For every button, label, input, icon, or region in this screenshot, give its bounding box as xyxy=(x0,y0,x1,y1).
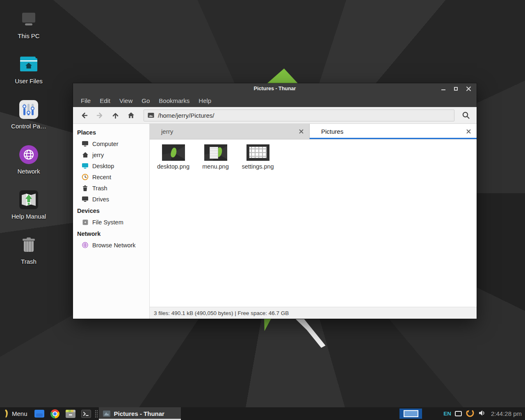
sidebar: Places Computer jerry Desktop Recent xyxy=(73,124,150,319)
close-button[interactable] xyxy=(462,83,475,94)
taskbar-window-button[interactable]: Pictures - Thunar xyxy=(99,407,181,420)
panel-drag-handle[interactable] xyxy=(95,410,98,418)
clock-icon xyxy=(82,173,89,180)
menu-button-label: Menu xyxy=(12,410,27,417)
trash-icon xyxy=(18,235,39,255)
tab-label: jerry xyxy=(161,128,173,135)
desktop-icon-control-panel[interactable]: Control Pa… xyxy=(7,99,50,130)
sidebar-item-label: Recent xyxy=(92,174,111,180)
sidebar-item-computer[interactable]: Computer xyxy=(73,138,149,149)
file-cabinet-icon xyxy=(66,410,75,418)
sidebar-item-label: Drives xyxy=(92,196,109,203)
menu-help[interactable]: Help xyxy=(194,94,216,107)
terminal-icon xyxy=(81,410,91,418)
desktop-icon-this-pc[interactable]: This PC xyxy=(7,9,50,39)
forward-button[interactable] xyxy=(92,109,107,122)
window-title: Pictures - Thunar xyxy=(73,86,477,91)
close-icon xyxy=(466,129,471,134)
file-view[interactable]: desktop.png menu.png settings.png xyxy=(150,139,477,307)
menu-file[interactable]: File xyxy=(76,94,95,107)
image-thumbnail xyxy=(162,144,185,161)
desktop-icon-label: Help Manual xyxy=(11,213,46,220)
titlebar[interactable]: Pictures - Thunar xyxy=(73,83,477,94)
globe-icon xyxy=(18,144,39,165)
sidebar-item-label: Desktop xyxy=(92,163,114,169)
workspace-switcher[interactable] xyxy=(399,409,422,419)
taskbar-window-label: Pictures - Thunar xyxy=(114,410,164,417)
forward-icon xyxy=(96,111,104,120)
tab-pictures[interactable]: Pictures xyxy=(310,124,477,139)
thunar-window-icon xyxy=(103,411,110,417)
desktop-icon-label: This PC xyxy=(18,32,39,39)
image-file-icon xyxy=(148,112,154,118)
desktop-icon-label: Trash xyxy=(21,258,37,265)
sidebar-item-recent[interactable]: Recent xyxy=(73,171,149,183)
thunar-window: Pictures - Thunar File Edit View Go Book… xyxy=(73,83,477,319)
active-workspace[interactable] xyxy=(404,410,418,417)
desktop-icon-label: User Files xyxy=(15,78,43,84)
clock[interactable]: 2:44:28 pm xyxy=(491,410,522,417)
tab-jerry[interactable]: jerry xyxy=(150,124,310,139)
home-button[interactable] xyxy=(123,109,139,122)
sidebar-item-jerry[interactable]: jerry xyxy=(73,149,149,160)
tab-label: Pictures xyxy=(321,128,343,135)
file-manager-launcher[interactable] xyxy=(66,409,75,419)
desktop-icon xyxy=(82,162,89,169)
search-button[interactable] xyxy=(459,109,473,122)
home-folder-icon xyxy=(18,54,39,75)
minimize-button[interactable] xyxy=(437,83,450,94)
tab-close-button[interactable] xyxy=(464,128,472,136)
file-name: menu.png xyxy=(202,163,229,170)
home-icon xyxy=(82,151,89,158)
file-desktop-png[interactable]: desktop.png xyxy=(152,144,194,170)
chrome-icon xyxy=(50,409,59,418)
back-button[interactable] xyxy=(76,109,92,122)
maximize-icon xyxy=(454,87,458,91)
sidebar-item-label: File System xyxy=(92,219,123,226)
desktop-icon-trash[interactable]: Trash xyxy=(7,235,50,265)
show-desktop-button[interactable] xyxy=(34,409,44,419)
sidebar-item-browse-network[interactable]: Browse Network xyxy=(73,240,149,251)
desktop-icon-help-manual[interactable]: Help Manual xyxy=(7,189,50,220)
sidebar-item-desktop[interactable]: Desktop xyxy=(73,160,149,171)
blue-window-icon xyxy=(34,410,44,418)
sidebar-item-drives[interactable]: Drives xyxy=(73,194,149,205)
menu-button[interactable]: Menu xyxy=(0,407,32,420)
desktop-icon-label: Network xyxy=(17,168,40,175)
menu-edit[interactable]: Edit xyxy=(95,94,115,107)
close-icon xyxy=(299,129,304,134)
maximize-button[interactable] xyxy=(450,83,462,94)
back-icon xyxy=(80,111,89,120)
sidebar-header-places: Places xyxy=(73,126,149,138)
file-settings-png[interactable]: settings.png xyxy=(237,144,279,170)
tab-close-button[interactable] xyxy=(297,128,305,136)
file-menu-png[interactable]: menu.png xyxy=(194,144,237,170)
terminal-launcher[interactable] xyxy=(81,409,91,419)
menu-view[interactable]: View xyxy=(115,94,137,107)
menu-bookmarks[interactable]: Bookmarks xyxy=(154,94,194,107)
drive-icon xyxy=(82,196,89,203)
keyboard-layout-indicator[interactable]: EN xyxy=(443,411,451,417)
display-tray-icon[interactable] xyxy=(455,411,462,416)
menu-go[interactable]: Go xyxy=(137,94,154,107)
chrome-launcher[interactable] xyxy=(50,409,60,419)
up-icon xyxy=(111,111,120,120)
status-bar: 3 files: 490.1 kB (490,050 bytes) | Free… xyxy=(150,307,477,319)
sidebar-item-file-system[interactable]: File System xyxy=(73,217,149,228)
hard-disk-icon xyxy=(82,219,89,226)
up-button[interactable] xyxy=(107,109,123,122)
volume-icon[interactable] xyxy=(478,410,486,418)
update-manager-icon[interactable] xyxy=(466,409,475,419)
path-bar[interactable]: /home/jerry/Pictures/ xyxy=(144,110,454,121)
taskbar: Menu Pictures - Thunar EN xyxy=(0,407,525,420)
search-icon xyxy=(461,111,470,120)
menubar: File Edit View Go Bookmarks Help xyxy=(73,94,477,107)
path-text: /home/jerry/Pictures/ xyxy=(158,112,215,119)
tab-bar: jerry Pictures xyxy=(150,124,477,139)
sidebar-item-label: Trash xyxy=(92,185,107,192)
computer-icon xyxy=(18,9,39,30)
computer-icon xyxy=(82,140,89,147)
sidebar-item-trash[interactable]: Trash xyxy=(73,183,149,194)
desktop-icon-user-files[interactable]: User Files xyxy=(7,54,50,84)
desktop-icon-network[interactable]: Network xyxy=(7,144,50,175)
